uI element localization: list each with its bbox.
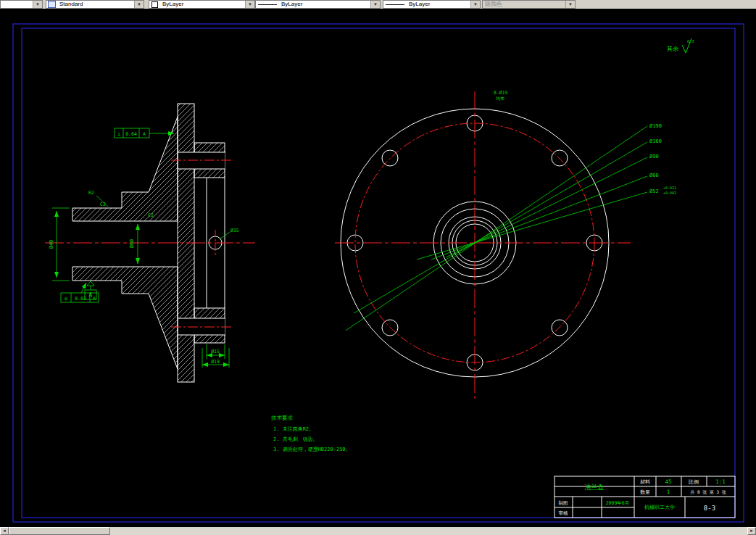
lineweight-combo-value: ByLayer xyxy=(407,1,470,8)
dim-d160: Ø160 xyxy=(649,138,662,144)
cad-drawing[interactable]: Ø190 Ø160 Ø90 Ø66 Ø52 +0.021 +0.002 8-Ø1… xyxy=(0,0,756,535)
notes-title: 技术要求 xyxy=(270,415,294,421)
tolerance-frame-perpendicularity[interactable]: ⊥ 0.04 A xyxy=(115,128,174,138)
material-value: 45 xyxy=(665,478,671,485)
color-swatch-icon xyxy=(151,1,158,8)
dim-d52: Ø52 xyxy=(649,188,659,194)
text-style-icon xyxy=(48,1,56,8)
dim-r2: R2 xyxy=(88,190,94,196)
organization: 机械职工大学 xyxy=(644,505,675,510)
scrollbar-thumb[interactable] xyxy=(9,527,110,535)
scale-value: 1:1 xyxy=(715,478,726,485)
layer-combo[interactable]: ▼ xyxy=(0,0,43,9)
dim-d66: Ø66 xyxy=(649,173,659,178)
dim-d190: Ø190 xyxy=(649,123,662,129)
drawing-canvas[interactable]: Ø190 Ø160 Ø90 Ø66 Ø52 +0.021 +0.002 8-Ø1… xyxy=(0,9,756,527)
perp-datum-ref: A xyxy=(143,131,146,137)
chevron-down-icon[interactable]: ▼ xyxy=(245,1,254,8)
style-combo[interactable]: Standard ▼ xyxy=(46,0,144,9)
qty-label: 数量 xyxy=(640,489,650,495)
conc-datum-ref: A xyxy=(93,296,96,302)
cad-application-window: ▼ Standard ▼ ByLayer ▼ ByLayer ▼ ByLayer… xyxy=(0,0,756,535)
lineweight-combo[interactable]: ByLayer ▼ xyxy=(383,0,481,9)
scale-label: 比例 xyxy=(689,479,699,485)
dim-d90: Ø90 xyxy=(649,154,659,159)
plotstyle-combo-value: 随颜色 xyxy=(483,1,565,8)
qty-value: 1 xyxy=(667,489,670,495)
perp-value: 0.04 xyxy=(125,131,137,137)
notes-line-1: 1. 未注圆角R2。 xyxy=(273,426,314,432)
notes-line-2: 2. 去毛刺、锐边。 xyxy=(273,436,318,442)
dim-d52-lower-tol: +0.002 xyxy=(663,191,676,195)
color-combo[interactable]: ByLayer ▼ xyxy=(149,0,255,9)
section-view[interactable]: Ø40 Ø60 R2 C2 C2 Ø15 Ø15 Ø19 xyxy=(45,104,255,382)
perp-symbol: ⊥ xyxy=(117,131,120,137)
date-value: 2009年6月 xyxy=(606,500,630,506)
scroll-left-button[interactable]: ◄ xyxy=(0,527,9,535)
linetype-combo[interactable]: ByLayer ▼ xyxy=(255,0,381,9)
dim-d19-boss: Ø19 xyxy=(211,359,220,365)
bolt-hole-callout: 8-Ø15 xyxy=(494,90,508,96)
lineweight-sample-icon xyxy=(386,4,404,5)
sheets-label: 共 8 张 第 3 张 xyxy=(690,489,726,495)
horizontal-scrollbar[interactable]: ◄ ► xyxy=(0,527,756,535)
properties-toolbar: ▼ Standard ▼ ByLayer ▼ ByLayer ▼ ByLayer… xyxy=(0,0,756,9)
check-label: 审核 xyxy=(559,510,569,516)
color-combo-value: ByLayer xyxy=(160,1,245,8)
chevron-down-icon[interactable]: ▼ xyxy=(33,1,42,8)
front-view[interactable]: Ø190 Ø160 Ø90 Ø66 Ø52 +0.021 +0.002 8-Ø1… xyxy=(335,90,676,399)
surface-roughness-note[interactable]: 其余 6.3 xyxy=(667,38,694,53)
diameter-leaders[interactable] xyxy=(346,126,647,331)
draft-label: 制图 xyxy=(559,500,568,506)
dim-c2-a: C2 xyxy=(100,202,106,207)
hub-lower-section[interactable] xyxy=(72,267,178,369)
plotstyle-combo: 随颜色 ▼ xyxy=(482,0,576,9)
centerlines-front[interactable] xyxy=(335,91,631,399)
dim-d15-boss: Ø15 xyxy=(211,349,220,354)
roughness-prefix: 其余 xyxy=(667,46,678,52)
technical-notes[interactable]: 技术要求 1. 未注圆角R2。 2. 去毛刺、锐边。 3. 调质处理，硬度HB2… xyxy=(270,415,351,452)
dim-d60: Ø60 xyxy=(129,239,135,249)
conc-symbol: ◎ xyxy=(65,296,68,302)
style-combo-value: Standard xyxy=(57,1,134,8)
scroll-right-icon: ► xyxy=(749,528,754,533)
dim-c2-b: C2 xyxy=(148,212,154,218)
chevron-down-icon[interactable]: ▼ xyxy=(470,1,480,8)
conc-value: 0.02 xyxy=(75,296,86,302)
datum-label: A xyxy=(89,292,93,299)
linetype-combo-value: ByLayer xyxy=(279,1,370,8)
roughness-value: 6.3 xyxy=(687,39,694,43)
dim-d40: Ø40 xyxy=(49,240,54,249)
linetype-sample-icon xyxy=(258,4,277,5)
scroll-left-icon: ◄ xyxy=(2,528,7,533)
chevron-down-icon[interactable]: ▼ xyxy=(134,1,144,8)
centerlines-section[interactable] xyxy=(45,160,255,327)
dim-d15-hole: Ø15 xyxy=(230,228,239,233)
title-block[interactable]: 材料 比例 数量 共 8 张 第 3 张 制图 审核 8-3 法兰盘 45 1:… xyxy=(554,476,735,518)
chevron-down-icon: ▼ xyxy=(565,1,575,8)
drawing-number: 8-3 xyxy=(704,505,715,512)
bolt-hole-callout-2: 均布 xyxy=(495,96,504,101)
material-label: 材料 xyxy=(640,479,650,485)
scroll-right-button[interactable]: ► xyxy=(747,527,756,535)
chevron-down-icon[interactable]: ▼ xyxy=(370,1,380,8)
dim-d52-upper-tol: +0.021 xyxy=(663,186,676,190)
notes-line-3: 3. 调质处理，硬度HB220~250。 xyxy=(273,447,351,452)
part-name: 法兰盘 xyxy=(585,484,605,491)
